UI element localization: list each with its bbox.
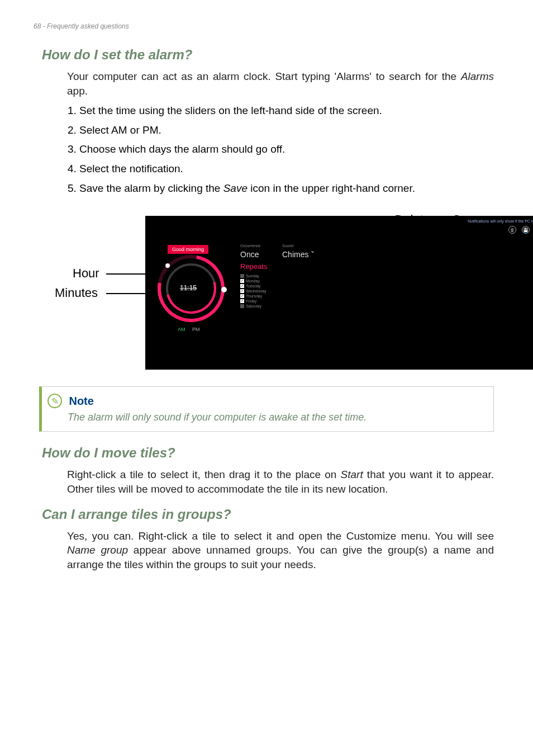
step-2: Select AM or PM. xyxy=(79,123,494,138)
page-header: 68 - Frequently asked questions xyxy=(34,22,499,30)
day-label: Sunday xyxy=(246,274,259,278)
clock-time: 11:15 xyxy=(180,284,197,292)
day-sunday[interactable]: Sunday xyxy=(240,274,267,278)
note-body: The alarm will only sound if your comput… xyxy=(68,412,486,423)
arrange-groups-body: Yes, you can. Right-click a tile to sele… xyxy=(67,529,494,572)
checkbox-icon[interactable] xyxy=(240,279,244,283)
text: app. xyxy=(67,85,88,97)
day-label: Saturday xyxy=(246,304,261,308)
step-4: Select the notification. xyxy=(79,162,494,177)
day-thursday[interactable]: Thursday xyxy=(240,294,267,298)
minute-slider-handle[interactable] xyxy=(221,287,227,292)
text: Yes, you can. Right-click a tile to sele… xyxy=(67,530,494,542)
start-word: Start xyxy=(341,469,363,480)
save-icon[interactable]: 💾 xyxy=(522,226,530,234)
am-option[interactable]: AM xyxy=(178,327,185,332)
sound-dropdown[interactable]: Chimes ˅ xyxy=(282,250,315,259)
heading-move-tiles: How do I move tiles? xyxy=(42,445,499,461)
save-word: Save xyxy=(223,182,248,194)
checkbox-icon[interactable] xyxy=(240,284,244,288)
step-5: Save the alarm by clicking the Save icon… xyxy=(79,181,494,196)
alarms-app-name: Alarms xyxy=(461,70,494,82)
text: Your computer can act as an alarm clock.… xyxy=(67,70,461,82)
text: Right-click a tile to select it, then dr… xyxy=(67,469,341,480)
text: Save the alarm by clicking the xyxy=(79,182,223,194)
alarm-name-label[interactable]: Good morning xyxy=(168,245,208,254)
day-label: Friday xyxy=(246,299,256,303)
repeat-days: Sunday Monday Tuesday Wednesday Thursday… xyxy=(240,274,267,308)
checkbox-icon[interactable] xyxy=(240,274,244,278)
day-label: Wednesday xyxy=(246,289,266,293)
heading-arrange-groups: Can I arrange tiles in groups? xyxy=(42,507,499,522)
alarms-app-screenshot: Notifications will only show if the PC i… xyxy=(145,216,533,370)
checkbox-icon[interactable] xyxy=(240,289,244,293)
text: icon in the upper right-hand corner. xyxy=(248,182,415,194)
ampm-toggle[interactable]: AM PM xyxy=(178,327,200,332)
name-group-word: Name group xyxy=(67,544,128,556)
alarm-screenshot-figure: Delete Save Hour Minutes Notifications w… xyxy=(84,216,508,370)
checkbox-icon[interactable] xyxy=(240,304,244,308)
heading-set-alarm: How do I set the alarm? xyxy=(42,47,499,63)
note-title: Note xyxy=(69,395,93,408)
day-friday[interactable]: Friday xyxy=(240,299,267,303)
occurrence-value[interactable]: Once xyxy=(240,250,267,259)
step-1: Set the time using the sliders on the le… xyxy=(79,103,494,119)
alarm-intro: Your computer can act as an alarm clock.… xyxy=(67,69,494,98)
callout-minutes: Minutes xyxy=(55,286,98,300)
checkbox-icon[interactable] xyxy=(240,299,244,303)
alarm-steps: Set the time using the sliders on the le… xyxy=(67,103,494,196)
move-tiles-body: Right-click a tile to select it, then dr… xyxy=(67,467,494,496)
pm-option[interactable]: PM xyxy=(192,327,200,332)
sound-label: Sound xyxy=(282,244,315,248)
toolbar-icons: 🗑 💾 ✕ xyxy=(508,226,533,234)
day-label: Tuesday xyxy=(246,284,261,288)
notification-hint: Notifications will only show if the PC i… xyxy=(468,219,533,223)
day-label: Monday xyxy=(246,279,260,283)
day-tuesday[interactable]: Tuesday xyxy=(240,284,267,288)
repeats-label[interactable]: Repeats xyxy=(240,262,267,271)
step-3: Choose which days the alarm should go of… xyxy=(79,142,494,157)
delete-icon[interactable]: 🗑 xyxy=(508,226,516,234)
day-saturday[interactable]: Saturday xyxy=(240,304,267,308)
callout-hour: Hour xyxy=(73,266,99,281)
note-box: ✎ Note The alarm will only sound if your… xyxy=(39,386,494,432)
day-label: Thursday xyxy=(246,294,262,298)
occurrence-label: Occurrence xyxy=(240,244,267,248)
checkbox-icon[interactable] xyxy=(240,294,244,298)
text: appear above unnamed groups. You can giv… xyxy=(67,544,494,570)
sound-column: Sound Chimes ˅ xyxy=(282,244,315,259)
occurrence-column: Occurrence Once Repeats Sunday Monday Tu… xyxy=(240,244,267,309)
note-icon: ✎ xyxy=(47,394,62,408)
day-monday[interactable]: Monday xyxy=(240,279,267,283)
day-wednesday[interactable]: Wednesday xyxy=(240,289,267,293)
